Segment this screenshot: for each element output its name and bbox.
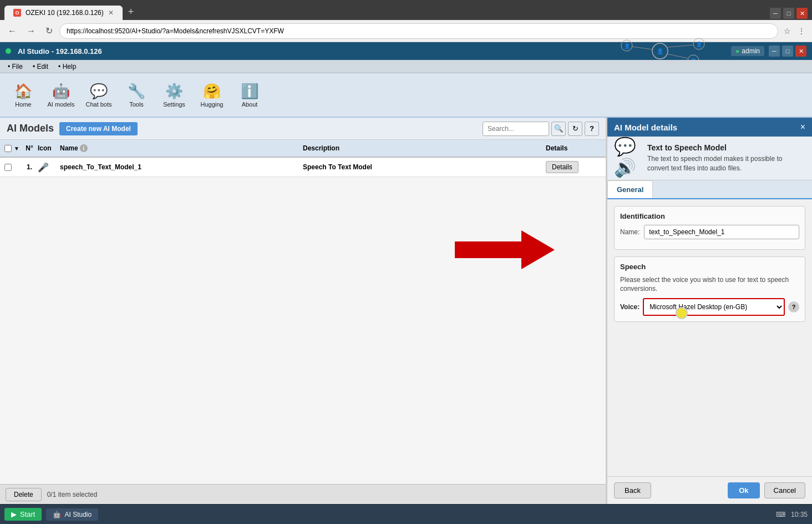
svg-text:👤: 👤: [657, 48, 664, 55]
select-all-checkbox[interactable]: [4, 145, 12, 152]
about-icon: ℹ️: [241, 83, 258, 100]
bookmark-icon[interactable]: ☆: [781, 24, 793, 38]
model-icon: 🎤: [38, 163, 49, 172]
col-details-header: Details: [546, 144, 601, 152]
details-button[interactable]: Details: [546, 161, 578, 173]
menu-help[interactable]: • Help: [54, 62, 80, 72]
row-checkbox[interactable]: [4, 164, 12, 171]
taskbar-app-icon: 🤖: [53, 511, 61, 518]
model-name-text: speech_To_Text_Model_1: [60, 163, 141, 171]
reload-button[interactable]: ↻: [42, 23, 56, 38]
delete-button[interactable]: Delete: [6, 488, 42, 501]
taskbar-app-button[interactable]: 🤖 AI Studio: [46, 508, 98, 521]
name-field-input[interactable]: [644, 225, 799, 239]
menu-bar: • File • Edit • Help: [0, 60, 812, 73]
table-row: 1. 🎤 speech_To_Text_Model_1 Speech To Te…: [0, 158, 606, 177]
cancel-button[interactable]: Cancel: [764, 482, 805, 498]
toolbar-about-button[interactable]: ℹ️ About: [232, 76, 267, 114]
ok-button[interactable]: Ok: [728, 482, 759, 498]
tools-icon: 🔧: [128, 83, 145, 100]
close-button[interactable]: ✕: [795, 46, 806, 57]
browser-maximize-button[interactable]: □: [783, 8, 794, 19]
menu-file[interactable]: • File: [3, 62, 27, 72]
col-icon-header: Icon: [38, 144, 60, 152]
selection-status: 0/1 item selected: [47, 491, 98, 498]
svg-text:👤: 👤: [624, 43, 631, 49]
minimize-button[interactable]: ─: [769, 46, 780, 57]
browser-close-button[interactable]: ✕: [796, 8, 808, 19]
sort-arrow: ▼: [14, 145, 19, 152]
voice-help-icon[interactable]: ?: [788, 301, 799, 313]
svg-line-7: [668, 45, 693, 47]
create-new-ai-model-button[interactable]: Create new AI Model: [59, 122, 138, 135]
right-action-buttons: Ok Cancel: [728, 482, 805, 498]
home-label: Home: [15, 101, 31, 108]
app-title: AI Studio - 192.168.0.126: [18, 47, 600, 56]
speech-description: Please select the voice you wish to use …: [620, 275, 799, 294]
svg-line-4: [632, 47, 652, 49]
admin-badge: ● admin: [731, 46, 764, 56]
taskbar-app-label: AI Studio: [64, 511, 92, 518]
start-button[interactable]: ▶ Start: [4, 508, 42, 521]
taskbar-time: 10:35: [791, 511, 808, 518]
models-title: AI Models: [7, 123, 54, 134]
browser-tab-bar: O OZEKI 10 (192.168.0.126) ✕ + ─ □ ✕: [0, 0, 812, 20]
details-actions: Back Ok Cancel: [607, 476, 812, 504]
toolbar-tools-button[interactable]: 🔧 Tools: [119, 76, 154, 114]
forward-button[interactable]: →: [23, 24, 39, 38]
name-info-icon[interactable]: i: [80, 144, 88, 152]
speech-section: Speech Please select the voice you wish …: [614, 256, 805, 323]
voice-select-wrapper: Microsoft Hazel Desktop (en-GB) Microsof…: [643, 298, 785, 316]
toolbar-home-button[interactable]: 🏠 Home: [6, 76, 41, 114]
menu-edit[interactable]: • Edit: [28, 62, 53, 72]
toolbar-settings-button[interactable]: ⚙️ Settings: [156, 76, 192, 114]
toolbar-ai-models-button[interactable]: 🤖 AI models: [43, 76, 79, 114]
models-header: AI Models Create new AI Model 🔍 ↻ ?: [0, 118, 606, 140]
model-type-icon: 💬🔊: [614, 136, 642, 178]
name-label: Name: [60, 144, 78, 152]
name-field-row: Name:: [620, 225, 799, 239]
col-desc-header: Description: [303, 144, 546, 152]
refresh-button[interactable]: ↻: [568, 122, 582, 136]
main-area: AI Models Create new AI Model 🔍 ↻ ?: [0, 118, 812, 504]
toolbar-hugging-button[interactable]: 🤗 Hugging: [194, 76, 230, 114]
close-tab-icon[interactable]: ✕: [108, 9, 114, 17]
system-tray-keyboard-icon: ⌨: [776, 511, 785, 518]
row-name: speech_To_Text_Model_1: [60, 163, 303, 171]
status-dot: [6, 48, 11, 54]
svg-text:👤: 👤: [696, 41, 703, 48]
start-label: Start: [20, 510, 35, 518]
details-info: 💬🔊 Text to Speech Model The text to spee…: [607, 137, 812, 180]
col-num-header: N°: [21, 144, 38, 152]
settings-label: Settings: [163, 101, 185, 108]
app-window: AI Studio - 192.168.0.126 👤 👤 👤 👤 ● admi…: [0, 42, 812, 504]
restore-button[interactable]: □: [782, 46, 793, 57]
start-icon: ▶: [11, 510, 17, 518]
model-type-description: The text to speech model makes it possib…: [647, 154, 805, 173]
browser-minimize-button[interactable]: ─: [770, 8, 781, 19]
search-area: 🔍 ↻ ?: [483, 122, 599, 136]
voice-label: Voice:: [620, 303, 640, 311]
toolbar-chat-bots-button[interactable]: 💬 Chat bots: [81, 76, 116, 114]
extensions-icon[interactable]: ⋮: [795, 24, 808, 38]
col-name-header: Name i: [60, 144, 303, 152]
browser-tab[interactable]: O OZEKI 10 (192.168.0.126) ✕: [4, 6, 123, 20]
details-close-button[interactable]: ×: [800, 122, 805, 132]
details-panel: AI Model details × 💬🔊 Text to Speech Mod…: [607, 118, 812, 504]
app-titlebar: AI Studio - 192.168.0.126 👤 👤 👤 👤 ● admi…: [0, 42, 812, 60]
new-tab-button[interactable]: +: [124, 4, 139, 20]
search-input[interactable]: [483, 122, 549, 136]
back-button[interactable]: ←: [4, 24, 20, 38]
row-details-cell: Details: [546, 161, 601, 173]
speech-title: Speech: [620, 263, 799, 271]
row-check: [4, 164, 21, 171]
identification-title: Identification: [620, 212, 799, 220]
search-button[interactable]: 🔍: [551, 122, 566, 136]
address-bar[interactable]: [59, 23, 778, 39]
ai-models-label: AI models: [48, 101, 75, 108]
tab-general[interactable]: General: [607, 180, 653, 198]
voice-select[interactable]: Microsoft Hazel Desktop (en-GB) Microsof…: [644, 299, 784, 315]
help-button[interactable]: ?: [585, 122, 599, 136]
back-button[interactable]: Back: [614, 482, 651, 498]
row-icon: 🎤: [38, 162, 60, 173]
